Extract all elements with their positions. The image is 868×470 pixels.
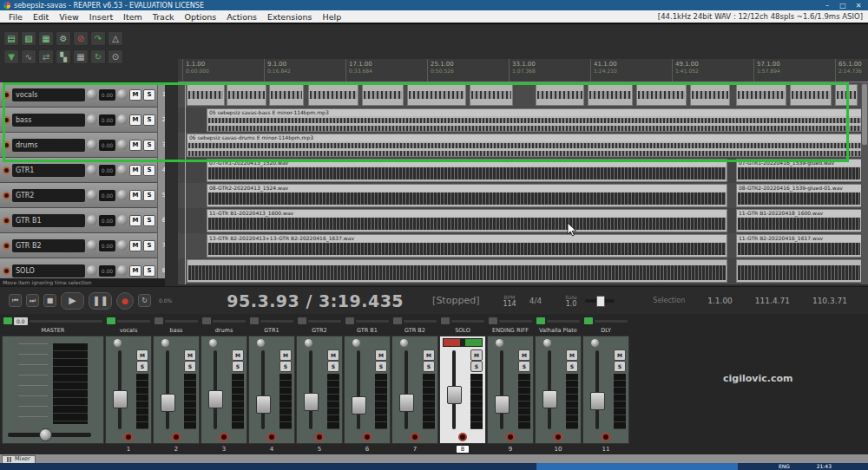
mixer-strip[interactable]: GTR B2 M S 7	[391, 314, 438, 454]
taskbar-language[interactable]: ENG	[779, 463, 790, 470]
mute-button[interactable]: M	[129, 190, 141, 201]
solo-button[interactable]: S	[375, 361, 387, 372]
audio-item[interactable]	[790, 84, 832, 106]
record-arm-button[interactable]	[315, 433, 324, 441]
pan-knob[interactable]	[305, 339, 312, 347]
mixer-strip[interactable]: drums M S 3	[201, 314, 247, 454]
fader-track[interactable]	[357, 350, 360, 429]
pan-knob[interactable]	[496, 339, 503, 347]
menu-item[interactable]: View	[54, 12, 84, 22]
fx-button[interactable]	[202, 317, 211, 324]
fader-handle[interactable]	[304, 393, 319, 411]
metronome-icon[interactable]: △	[108, 31, 123, 46]
solo-button[interactable]: S	[143, 265, 155, 277]
menu-item[interactable]: Track	[148, 12, 180, 22]
record-arm-button[interactable]	[3, 217, 10, 225]
record-arm-button[interactable]	[411, 433, 419, 441]
lock-icon[interactable]: ⊙	[108, 49, 123, 64]
new-project-icon[interactable]: ▤	[3, 31, 19, 46]
solo-button[interactable]: S	[614, 361, 626, 372]
mixer-strip-name[interactable]: drums	[201, 326, 247, 336]
fx-slot[interactable]	[117, 320, 150, 323]
track-panel-row[interactable]: bass 0.00 M S 2	[0, 108, 165, 133]
fader-track[interactable]	[166, 350, 169, 429]
volume-knob[interactable]	[87, 215, 97, 225]
record-arm-button[interactable]	[3, 116, 10, 124]
grid-icon[interactable]: ▦	[73, 49, 89, 64]
strip-body[interactable]: M S	[582, 336, 629, 444]
solo-button[interactable]: S	[279, 361, 292, 372]
mute-button[interactable]: M	[129, 240, 141, 251]
track-panel-row[interactable]: GTR B1 0.00 M S 6	[0, 208, 165, 233]
solo-button[interactable]: S	[327, 361, 339, 372]
audio-item[interactable]	[736, 259, 862, 283]
strip-body[interactable]: M S	[105, 336, 152, 444]
track-name[interactable]: GTR B1	[12, 214, 85, 227]
redo-icon[interactable]: ↷	[90, 31, 106, 46]
fx-button[interactable]	[441, 317, 450, 324]
track-panel-row[interactable]: GTR B2 0.00 M S 7	[0, 233, 165, 258]
audio-item[interactable]	[308, 84, 358, 106]
mute-button[interactable]: M	[279, 349, 292, 361]
audio-item[interactable]: 05 sebepsiz savas-bass E minor-114bpm.mp…	[207, 108, 866, 132]
solo-button[interactable]: S	[423, 361, 435, 372]
mixer-strip[interactable]: vocals M S 1	[105, 314, 152, 454]
mixer-docker-tab[interactable]: Mixer	[2, 455, 36, 463]
pan-knob[interactable]	[543, 339, 551, 347]
record-arm-button[interactable]	[554, 433, 562, 441]
solo-button[interactable]: S	[143, 114, 155, 126]
audio-item[interactable]: 11-GTR B2-20220416_1617.wav	[736, 234, 862, 258]
solo-button[interactable]: S	[232, 361, 244, 372]
scrollbar-thumb[interactable]	[862, 84, 867, 145]
mixer-strip[interactable]: ENDING RIFF M S 9	[487, 314, 534, 454]
audio-item[interactable]: 08-GTR2-20220416_1539-glued-01.wav	[736, 184, 862, 207]
undo-icon[interactable]: ⊘	[73, 31, 89, 46]
fx-slot[interactable]	[213, 320, 246, 323]
fader-handle[interactable]	[399, 394, 414, 412]
record-arm-button[interactable]	[506, 433, 515, 441]
fx-button[interactable]	[155, 317, 163, 324]
bpm-value[interactable]: 114	[503, 301, 516, 308]
record-arm-button[interactable]	[3, 267, 10, 275]
fx-button[interactable]	[345, 317, 354, 324]
solo-button[interactable]: S	[143, 165, 155, 176]
mute-button[interactable]: M	[614, 349, 626, 361]
strip-body[interactable]: M S	[439, 336, 486, 444]
audio-item[interactable]: 11-GTR B1-20220418_1600.wav	[736, 209, 862, 232]
pan-knob[interactable]	[400, 339, 408, 347]
track-name[interactable]: drums	[12, 139, 85, 152]
audio-item[interactable]	[835, 84, 858, 106]
solo-button[interactable]: S	[470, 361, 483, 372]
mixer-strip-name[interactable]: bass	[153, 326, 200, 336]
menu-item[interactable]: Help	[318, 12, 347, 22]
mute-button[interactable]: M	[566, 349, 578, 361]
audio-item[interactable]	[187, 259, 727, 283]
mixer-strip-name[interactable]: Valhalla Plate	[535, 326, 582, 336]
fader-handle[interactable]	[590, 392, 605, 410]
track-name[interactable]: GTR B2	[12, 239, 85, 252]
mixer-strip-name[interactable]: GTR B2	[391, 326, 438, 336]
mixer-strip-name[interactable]: GTR B1	[344, 326, 391, 336]
solo-button[interactable]: S	[143, 190, 155, 201]
menu-item[interactable]: Item	[118, 12, 148, 22]
rate-slider[interactable]	[585, 299, 615, 303]
record-arm-button[interactable]	[267, 433, 276, 441]
pan-knob[interactable]	[114, 339, 122, 347]
strip-body[interactable]: M S	[487, 336, 534, 444]
ripple-edit-icon[interactable]: ⇄	[38, 49, 54, 64]
project-settings-icon[interactable]: ⚙	[56, 31, 71, 46]
fader-track[interactable]	[500, 350, 503, 429]
fx-button[interactable]	[107, 317, 115, 324]
track-panel-row[interactable]: GTR2 0.00 M S 5	[0, 183, 165, 208]
menu-item[interactable]: File	[3, 12, 28, 22]
mixer-strip[interactable]: SOLO M S 8	[439, 314, 486, 454]
strip-body[interactable]: M S	[344, 336, 391, 444]
pan-knob[interactable]	[161, 339, 169, 347]
mute-button[interactable]: M	[136, 349, 148, 361]
mute-button[interactable]: M	[232, 349, 244, 361]
fader-track[interactable]	[404, 350, 408, 429]
maximize-button[interactable]: □	[837, 2, 849, 10]
mute-button[interactable]: M	[129, 114, 141, 126]
record-arm-button[interactable]	[124, 433, 133, 441]
play-button[interactable]: ▶	[61, 292, 84, 310]
